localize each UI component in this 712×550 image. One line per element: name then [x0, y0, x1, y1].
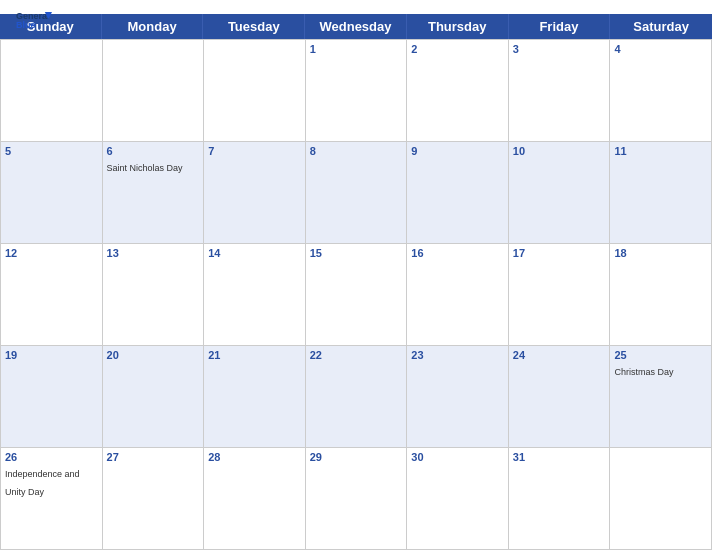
calendar-cell: 3 — [509, 40, 611, 142]
cell-date-number: 14 — [208, 247, 301, 259]
calendar-cell: 15 — [306, 244, 408, 346]
day-header-thursday: Thursday — [407, 14, 509, 39]
cell-date-number: 27 — [107, 451, 200, 463]
calendar-cell: 20 — [103, 346, 205, 448]
calendar: General Blue SundayMondayTuesdayWednesda… — [0, 0, 712, 550]
day-headers: SundayMondayTuesdayWednesdayThursdayFrid… — [0, 14, 712, 39]
cell-date-number: 4 — [614, 43, 707, 55]
calendar-cell — [204, 40, 306, 142]
calendar-cell: 4 — [610, 40, 712, 142]
calendar-cell: 28 — [204, 448, 306, 550]
calendar-cell: 16 — [407, 244, 509, 346]
cell-date-number: 12 — [5, 247, 98, 259]
calendar-cell: 11 — [610, 142, 712, 244]
calendar-cell: 14 — [204, 244, 306, 346]
calendar-cell: 9 — [407, 142, 509, 244]
cell-date-number: 22 — [310, 349, 403, 361]
calendar-grid: 123456Saint Nicholas Day7891011121314151… — [0, 39, 712, 550]
cell-date-number: 2 — [411, 43, 504, 55]
calendar-cell: 8 — [306, 142, 408, 244]
calendar-cell: 7 — [204, 142, 306, 244]
calendar-cell: 12 — [1, 244, 103, 346]
day-header-friday: Friday — [509, 14, 611, 39]
calendar-cell: 18 — [610, 244, 712, 346]
logo-icon: General Blue — [16, 8, 52, 34]
calendar-cell: 13 — [103, 244, 205, 346]
cell-date-number: 29 — [310, 451, 403, 463]
day-header-saturday: Saturday — [610, 14, 712, 39]
cell-date-number: 13 — [107, 247, 200, 259]
logo: General Blue — [16, 8, 52, 34]
day-header-monday: Monday — [102, 14, 204, 39]
cell-date-number: 24 — [513, 349, 606, 361]
calendar-cell: 6Saint Nicholas Day — [103, 142, 205, 244]
calendar-cell: 5 — [1, 142, 103, 244]
calendar-cell: 23 — [407, 346, 509, 448]
cell-date-number: 19 — [5, 349, 98, 361]
cell-date-number: 10 — [513, 145, 606, 157]
calendar-header: General Blue — [0, 0, 712, 14]
cell-date-number: 17 — [513, 247, 606, 259]
cell-event-label: Christmas Day — [614, 367, 673, 377]
day-header-wednesday: Wednesday — [305, 14, 407, 39]
calendar-cell: 1 — [306, 40, 408, 142]
calendar-cell — [610, 448, 712, 550]
cell-event-label: Saint Nicholas Day — [107, 163, 183, 173]
cell-date-number: 20 — [107, 349, 200, 361]
svg-text:Blue: Blue — [16, 20, 36, 30]
cell-date-number: 21 — [208, 349, 301, 361]
calendar-cell — [1, 40, 103, 142]
cell-event-label: Independence and Unity Day — [5, 469, 80, 497]
cell-date-number: 8 — [310, 145, 403, 157]
calendar-cell — [103, 40, 205, 142]
cell-date-number: 6 — [107, 145, 200, 157]
cell-date-number: 23 — [411, 349, 504, 361]
cell-date-number: 28 — [208, 451, 301, 463]
cell-date-number: 31 — [513, 451, 606, 463]
cell-date-number: 18 — [614, 247, 707, 259]
cell-date-number: 11 — [614, 145, 707, 157]
calendar-cell: 24 — [509, 346, 611, 448]
cell-date-number: 16 — [411, 247, 504, 259]
calendar-cell: 25Christmas Day — [610, 346, 712, 448]
calendar-cell: 27 — [103, 448, 205, 550]
calendar-cell: 21 — [204, 346, 306, 448]
calendar-cell: 31 — [509, 448, 611, 550]
cell-date-number: 7 — [208, 145, 301, 157]
cell-date-number: 30 — [411, 451, 504, 463]
calendar-cell: 10 — [509, 142, 611, 244]
calendar-cell: 19 — [1, 346, 103, 448]
day-header-tuesday: Tuesday — [203, 14, 305, 39]
cell-date-number: 3 — [513, 43, 606, 55]
calendar-cell: 26Independence and Unity Day — [1, 448, 103, 550]
cell-date-number: 9 — [411, 145, 504, 157]
calendar-cell: 17 — [509, 244, 611, 346]
cell-date-number: 15 — [310, 247, 403, 259]
cell-date-number: 5 — [5, 145, 98, 157]
calendar-cell: 2 — [407, 40, 509, 142]
calendar-cell: 22 — [306, 346, 408, 448]
cell-date-number: 26 — [5, 451, 98, 463]
cell-date-number: 25 — [614, 349, 707, 361]
cell-date-number: 1 — [310, 43, 403, 55]
calendar-cell: 30 — [407, 448, 509, 550]
calendar-cell: 29 — [306, 448, 408, 550]
